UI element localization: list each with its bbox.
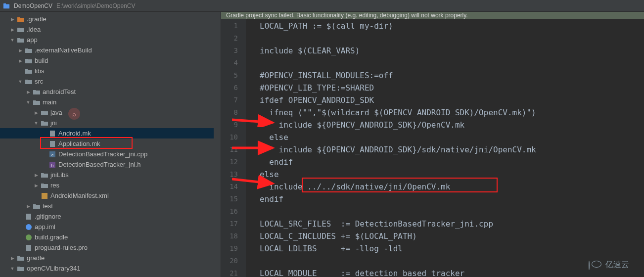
folder-icon (25, 67, 33, 75)
tree-item[interactable]: app.iml (0, 222, 221, 232)
code-line[interactable] (260, 205, 644, 218)
tree-item-label: build.gradle (35, 233, 68, 241)
folder-icon (41, 171, 48, 179)
line-number: 1 (221, 20, 246, 32)
file-icon (25, 213, 33, 221)
tree-item[interactable]: ▶jniLibs (0, 170, 221, 180)
tree-item[interactable]: ▶gradle (0, 253, 221, 263)
chevron-icon[interactable]: ▼ (10, 38, 15, 43)
chevron-icon[interactable]: ▶ (34, 173, 39, 178)
folder-icon (17, 36, 25, 44)
search-icon[interactable]: ⌕ (68, 108, 80, 120)
gutter: 123456789101112131415161718192021 (221, 19, 246, 277)
tree-item[interactable]: ▶.idea (0, 24, 221, 35)
svg-rect-12 (26, 245, 31, 251)
tree-item-label: jniLibs (50, 171, 69, 179)
tree-item-label: jni (50, 119, 57, 127)
code-line[interactable]: LOCAL_LDLIBS += -llog -ldl (260, 242, 644, 255)
code-line[interactable]: #OPENCV_INSTALL_MODULES:=off (260, 69, 644, 82)
chevron-icon[interactable]: ▶ (26, 204, 31, 209)
chevron-icon[interactable]: ▼ (18, 79, 23, 84)
tree-item[interactable]: hDetectionBasedTracker_jni.h (0, 159, 221, 170)
code-line[interactable]: include $(CLEAR_VARS) (260, 45, 644, 57)
tree-item-label: .gradle (27, 15, 46, 23)
svg-text:c: c (51, 153, 53, 157)
tree-item[interactable]: ▼src (0, 76, 221, 87)
chevron-icon[interactable]: ▶ (10, 17, 15, 22)
tree-item-label: Application.mk (58, 140, 100, 147)
code-line[interactable]: #OPENCV_LIB_TYPE:=SHARED (260, 82, 644, 94)
tree-item[interactable]: build.gradle (0, 232, 221, 242)
code-line[interactable]: LOCAL_MODULE := detection_based_tracker (260, 267, 644, 277)
svg-point-10 (26, 224, 32, 230)
breadcrumb: DemoOpenCV E:\work\simple\DemoOpenCV (0, 0, 644, 12)
tree-item[interactable]: Application.mk (0, 138, 221, 149)
chevron-icon[interactable]: ▼ (10, 266, 15, 271)
code-line[interactable] (260, 32, 644, 45)
chevron-icon[interactable]: ▶ (34, 110, 39, 115)
code-line[interactable]: LOCAL_C_INCLUDES += $(LOCAL_PATH) (260, 230, 644, 242)
svg-text:h: h (51, 163, 53, 168)
line-number: 20 (221, 255, 246, 267)
code-line[interactable]: endif (260, 193, 644, 205)
tree-item[interactable]: ▼openCVLibrary341 (0, 263, 221, 274)
notification-bar: Gradle project sync failed. Basic functi… (221, 12, 644, 19)
chevron-icon[interactable]: ▶ (34, 183, 39, 188)
tree-item[interactable]: ▶res (0, 180, 221, 190)
tree-item[interactable]: ▶androidTest (0, 87, 221, 97)
chevron-icon[interactable]: ▶ (10, 256, 15, 261)
tree-item[interactable]: ▼main (0, 97, 221, 107)
tree-item[interactable]: proguard-rules.pro (0, 242, 221, 253)
tree-item[interactable]: ▶.gradle (0, 14, 221, 24)
code-line[interactable]: LOCAL_PATH := $(call my-dir) (260, 20, 644, 32)
code-line[interactable]: include ${OPENCV_ANDROID_SDK}/OpenCV.mk (260, 119, 644, 131)
tree-item-label: proguard-rules.pro (35, 244, 88, 251)
svg-point-11 (26, 234, 32, 240)
code-line[interactable]: ifneq ("","$(wildcard $(OPENCV_ANDROID_S… (260, 106, 644, 119)
code-line[interactable] (260, 255, 644, 267)
tree-item-label: AndroidManifest.xml (50, 192, 109, 199)
file-icon: c (48, 150, 56, 158)
tree-item[interactable]: libs (0, 66, 221, 76)
tree-item[interactable]: ▶test (0, 201, 221, 211)
watermark: 亿速云 (589, 260, 629, 270)
chevron-icon[interactable]: ▶ (10, 27, 15, 32)
folder-icon (41, 119, 48, 127)
scrollbar[interactable] (214, 12, 221, 277)
chevron-icon[interactable]: ▶ (26, 90, 31, 94)
line-number: 14 (221, 181, 246, 193)
folder-icon (25, 46, 33, 54)
chevron-icon[interactable]: ▼ (34, 121, 39, 126)
tree-item[interactable]: AndroidManifest.xml (0, 190, 221, 201)
line-number: 12 (221, 156, 246, 168)
code-line[interactable]: endif (260, 156, 644, 168)
code-line[interactable]: include ${OPENCV_ANDROID_SDK}/sdk/native… (260, 143, 644, 156)
code-line[interactable]: ifdef OPENCV_ANDROID_SDK (260, 94, 644, 106)
chevron-icon[interactable]: ▶ (18, 48, 23, 53)
tree-item[interactable]: ▶java (0, 107, 221, 118)
chevron-icon[interactable]: ▼ (26, 100, 31, 105)
code-line[interactable]: else (260, 131, 644, 143)
code-line[interactable]: include ../../sdk/native/jni/OpenCV.mk (260, 181, 644, 193)
svg-rect-3 (50, 141, 55, 147)
tree-item[interactable]: ▶build (0, 55, 221, 66)
tree-item[interactable]: ▼jni (0, 118, 221, 128)
file-icon (25, 233, 33, 241)
chevron-icon[interactable]: ▶ (18, 58, 23, 63)
project-tree[interactable]: ▶.gradle▶.idea▼app▶.externalNativeBuild▶… (0, 12, 221, 277)
tree-item[interactable]: ▼app (0, 35, 221, 45)
tree-item[interactable]: .gitignore (0, 211, 221, 222)
folder-icon (17, 26, 25, 34)
tree-item[interactable]: Android.mk (0, 128, 221, 138)
svg-rect-1 (3, 3, 6, 5)
code-text[interactable]: LOCAL_PATH := $(call my-dir)include $(CL… (246, 19, 644, 277)
folder-icon (41, 109, 48, 117)
code-line[interactable] (260, 57, 644, 69)
line-number: 13 (221, 168, 246, 181)
tree-item[interactable]: ▶.externalNativeBuild (0, 45, 221, 55)
code-line[interactable]: LOCAL_SRC_FILES := DetectionBasedTracker… (260, 218, 644, 230)
code-line[interactable]: else (260, 168, 644, 181)
tree-item[interactable]: cDetectionBasedTracker_jni.cpp (0, 149, 221, 159)
folder-icon (25, 78, 33, 86)
tree-item-label: app.iml (35, 223, 55, 231)
